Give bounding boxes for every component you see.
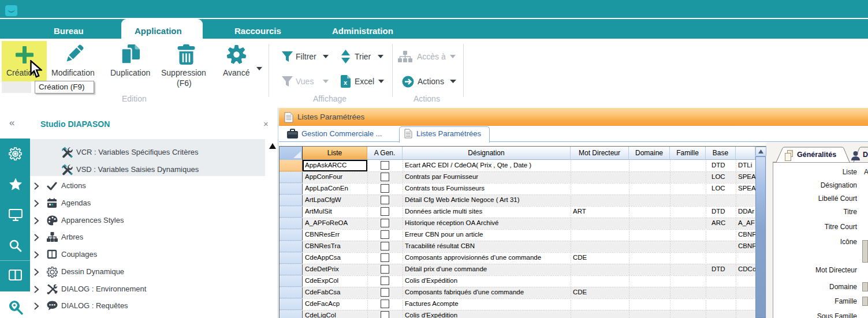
svg-text:x: x bbox=[344, 79, 348, 86]
